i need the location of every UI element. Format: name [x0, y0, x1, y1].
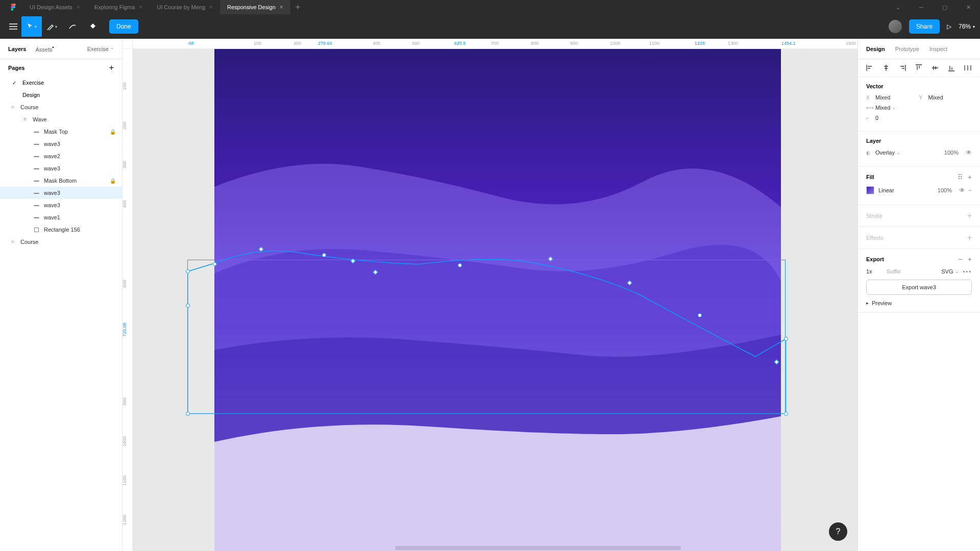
- layer-wave[interactable]: Wave: [0, 113, 122, 126]
- figma-logo-icon[interactable]: [9, 3, 17, 11]
- blend-mode-dropdown[interactable]: Overlay: [875, 149, 895, 156]
- export-format-dropdown[interactable]: SVG⌄: [941, 268, 959, 274]
- bend-tool[interactable]: [62, 16, 83, 37]
- window-maximize-icon[interactable]: ▢: [933, 0, 957, 14]
- mirror-icon: ⟷: [866, 105, 875, 111]
- menu-button[interactable]: [5, 16, 21, 37]
- align-controls: [858, 59, 980, 77]
- visibility-icon[interactable]: 👁: [959, 187, 965, 194]
- window-close-icon[interactable]: ✕: [957, 0, 980, 14]
- scrollbar-horizontal[interactable]: [395, 546, 681, 550]
- close-icon[interactable]: ×: [139, 4, 142, 11]
- prototype-tab[interactable]: Prototype: [895, 46, 919, 52]
- window-minimize-icon[interactable]: ─: [910, 0, 933, 14]
- align-top-icon[interactable]: [915, 64, 922, 71]
- layer-wave3[interactable]: wave3: [0, 162, 122, 174]
- node-handle[interactable]: [186, 304, 190, 308]
- fill-type[interactable]: Linear: [878, 187, 894, 193]
- lock-icon[interactable]: 🔒: [110, 178, 116, 184]
- ruler-corner: [122, 39, 133, 49]
- fill-section: Fill⠿+: [866, 173, 972, 181]
- visibility-icon[interactable]: 👁: [966, 149, 972, 156]
- node-anchor[interactable]: [186, 269, 190, 273]
- vector-icon: [33, 165, 40, 172]
- share-button[interactable]: Share: [909, 19, 940, 34]
- export-suffix-field[interactable]: Suffix: [887, 268, 941, 274]
- node-anchor[interactable]: [458, 263, 462, 267]
- add-effect-button[interactable]: +: [967, 233, 972, 242]
- move-tool[interactable]: ▾: [21, 16, 42, 37]
- close-icon[interactable]: ×: [209, 4, 213, 11]
- done-button[interactable]: Done: [109, 19, 138, 34]
- layer-wave3[interactable]: wave3: [0, 138, 122, 150]
- layer-mask-top[interactable]: Mask Top🔒: [0, 126, 122, 138]
- rotation-field[interactable]: 0: [875, 115, 878, 121]
- layer-rectangle[interactable]: Rectangle 156: [0, 223, 122, 236]
- preview-toggle[interactable]: Preview: [866, 300, 972, 306]
- design-tab[interactable]: Design: [866, 46, 885, 52]
- add-page-button[interactable]: +: [109, 63, 114, 72]
- pen-tool[interactable]: ▾: [42, 16, 62, 37]
- fill-swatch[interactable]: [866, 186, 874, 194]
- width-field[interactable]: Mixed: [875, 105, 890, 111]
- layer-course[interactable]: Course: [0, 236, 122, 248]
- distribute-icon[interactable]: [964, 64, 971, 71]
- add-tab-button[interactable]: +: [290, 3, 305, 12]
- align-left-icon[interactable]: [866, 64, 873, 71]
- layer-wave2[interactable]: wave2: [0, 150, 122, 162]
- styles-icon[interactable]: ⠿: [958, 173, 963, 181]
- x-field[interactable]: Mixed: [875, 94, 890, 101]
- page-exercise[interactable]: ✓Exercise: [0, 77, 122, 89]
- close-icon[interactable]: ×: [280, 4, 283, 11]
- layer-wave3-selected[interactable]: wave3: [0, 187, 122, 199]
- fill-opacity-field[interactable]: 100%: [938, 187, 952, 193]
- layer-mask-bottom[interactable]: Mask Bottom🔒: [0, 174, 122, 187]
- align-center-h-icon[interactable]: [883, 64, 890, 71]
- zoom-dropdown[interactable]: 76% ▾: [959, 23, 975, 30]
- layers-tab[interactable]: Layers: [8, 46, 26, 52]
- add-export-button[interactable]: +: [968, 255, 972, 263]
- tab-ui-course[interactable]: UI Course by Meng×: [150, 0, 220, 14]
- paint-bucket-tool[interactable]: [83, 16, 103, 37]
- align-right-icon[interactable]: [899, 64, 906, 71]
- lock-icon[interactable]: 🔒: [110, 129, 116, 135]
- assets-tab[interactable]: Assets•: [35, 45, 54, 53]
- tab-ui-design-assets[interactable]: UI Design Assets×: [22, 0, 87, 14]
- remove-export-button[interactable]: −: [959, 255, 963, 263]
- page-design[interactable]: Design: [0, 89, 122, 101]
- layer-wave3[interactable]: wave3: [0, 199, 122, 211]
- tab-responsive-design[interactable]: Responsive Design×: [220, 0, 290, 14]
- node-anchor[interactable]: [784, 412, 788, 416]
- present-icon[interactable]: ▷: [947, 23, 951, 30]
- exercise-dropdown[interactable]: Exercise ⌃: [87, 46, 114, 52]
- align-center-v-icon[interactable]: [932, 64, 939, 71]
- node-anchor[interactable]: [322, 253, 326, 257]
- align-bottom-icon[interactable]: [948, 64, 955, 71]
- opacity-field[interactable]: 100%: [944, 149, 959, 156]
- vector-icon: [33, 202, 40, 209]
- node-anchor[interactable]: [698, 313, 702, 317]
- stroke-section[interactable]: Stroke+: [866, 211, 972, 220]
- add-stroke-button[interactable]: +: [967, 211, 972, 220]
- add-fill-button[interactable]: +: [968, 173, 972, 181]
- effects-section[interactable]: Effects+: [866, 233, 972, 242]
- close-icon[interactable]: ×: [77, 4, 80, 11]
- vector-icon: [33, 153, 40, 160]
- remove-fill-button[interactable]: −: [968, 187, 972, 194]
- export-button[interactable]: Export wave3: [866, 280, 972, 295]
- artboard[interactable]: [214, 49, 781, 551]
- canvas[interactable]: -68 100 200 279.64 400 500 625.5 700 800…: [122, 39, 857, 551]
- chevron-down-icon[interactable]: ⌄: [886, 0, 910, 14]
- help-button[interactable]: ?: [829, 522, 847, 541]
- tab-exploring-figma[interactable]: Exploring Figma×: [87, 0, 150, 14]
- node-anchor[interactable]: [784, 337, 788, 341]
- layer-wave1[interactable]: wave1: [0, 211, 122, 223]
- export-scale-field[interactable]: 1x: [866, 268, 887, 274]
- layer-course[interactable]: Course: [0, 101, 122, 113]
- node-anchor[interactable]: [186, 412, 190, 416]
- vector-icon: [33, 128, 40, 135]
- y-field[interactable]: Mixed: [928, 94, 943, 101]
- inspect-tab[interactable]: Inspect: [929, 46, 947, 52]
- export-options-button[interactable]: •••: [963, 268, 972, 274]
- avatar[interactable]: [889, 20, 902, 33]
